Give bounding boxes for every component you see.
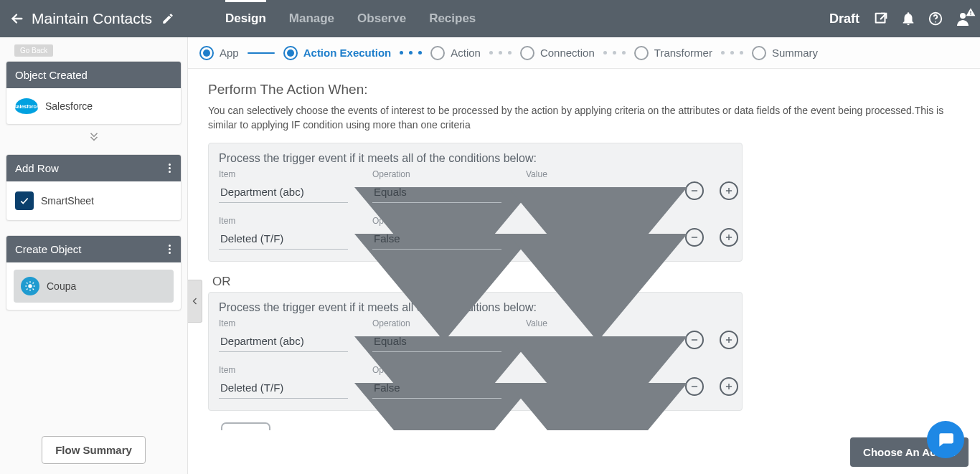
tab-manage[interactable]: Manage	[289, 0, 334, 37]
sidebar-section-add-row: Add Row SmartSheet	[6, 154, 182, 221]
operation-select[interactable]	[372, 181, 501, 203]
step-label: Connection	[540, 47, 595, 59]
step-label: Action Execution	[303, 47, 392, 59]
item-select[interactable]	[219, 377, 348, 399]
tab-recipes[interactable]: Recipes	[429, 0, 476, 37]
bell-icon[interactable]	[900, 10, 917, 27]
condition-block-title: Process the trigger event if it meets al…	[219, 301, 732, 314]
open-external-icon[interactable]	[872, 10, 890, 27]
value-input[interactable]	[526, 181, 655, 203]
section-menu-icon[interactable]	[167, 243, 172, 255]
step-connection[interactable]: Connection	[520, 46, 595, 60]
value-input[interactable]	[526, 331, 655, 352]
svg-line-14	[33, 289, 34, 290]
sidebar: Go Back Object Created salesforce Salesf…	[0, 37, 188, 474]
item-label: Item	[219, 169, 348, 179]
operation-label: Operation	[372, 169, 501, 179]
topbar: Maintain Contacts Design Manage Observe …	[0, 0, 980, 37]
sidebar-app-salesforce[interactable]: salesforce Salesforce	[6, 88, 181, 124]
step-transformer[interactable]: Transformer	[634, 46, 712, 60]
sidebar-section-title: Create Object	[15, 243, 82, 255]
item-label: Item	[219, 216, 348, 226]
tab-design[interactable]: Design	[225, 0, 266, 37]
step-dots-icon	[489, 51, 512, 54]
go-back-button[interactable]: Go Back	[14, 44, 53, 57]
operation-select[interactable]	[372, 331, 501, 352]
step-label: Action	[451, 47, 481, 59]
top-tabs: Design Manage Observe Recipes	[225, 0, 476, 37]
sidebar-section-object-created: Object Created salesforce Salesforce	[6, 61, 182, 125]
svg-line-13	[27, 283, 27, 283]
step-action-execution[interactable]: Action Execution	[283, 46, 392, 60]
remove-row-button[interactable]	[685, 228, 704, 247]
footer-bar: Choose An Action	[188, 430, 980, 474]
section-menu-icon[interactable]	[167, 162, 172, 174]
flow-summary-button[interactable]: Flow Summary	[42, 436, 146, 464]
step-dots-icon	[400, 51, 422, 54]
add-row-button[interactable]	[720, 377, 738, 396]
section-description: You can selectively choose the events of…	[208, 103, 947, 133]
condition-block-title: Process the trigger event if it meets al…	[219, 152, 732, 165]
sidebar-collapse-handle[interactable]	[188, 280, 202, 323]
svg-line-16	[33, 283, 34, 283]
content: Perform The Action When: You can selecti…	[188, 69, 980, 474]
item-label: Item	[219, 365, 348, 375]
add-row-button[interactable]	[720, 331, 738, 349]
svg-rect-6	[970, 11, 971, 14]
item-select[interactable]	[219, 181, 348, 203]
stepper: App Action Execution Action Connection T…	[188, 37, 980, 69]
step-connector	[248, 52, 275, 54]
remove-row-button[interactable]	[685, 181, 704, 200]
coupa-icon	[21, 277, 39, 295]
tab-observe[interactable]: Observe	[357, 0, 406, 37]
condition-row: Item Operation	[219, 365, 732, 399]
operation-label: Operation	[372, 318, 501, 328]
add-row-button[interactable]	[720, 228, 738, 247]
value-label: Value	[526, 318, 655, 328]
svg-point-4	[935, 22, 936, 23]
condition-row: Item Operation Value	[219, 318, 732, 352]
connector-chevron-icon	[6, 125, 182, 150]
page-title: Maintain Contacts	[32, 10, 152, 27]
sidebar-app-smartsheet[interactable]: SmartSheet	[6, 181, 181, 220]
remove-row-button[interactable]	[685, 377, 704, 396]
salesforce-icon: salesforce	[15, 98, 38, 114]
profile-icon[interactable]	[954, 10, 971, 27]
condition-row: Item Operation Value	[219, 169, 732, 203]
add-row-button[interactable]	[720, 181, 738, 200]
step-summary[interactable]: Summary	[752, 46, 818, 60]
value-label: Value	[526, 169, 655, 179]
operation-label: Operation	[372, 365, 501, 375]
step-dots-icon	[721, 51, 743, 54]
operation-label: Operation	[372, 216, 501, 226]
operation-select[interactable]	[372, 228, 501, 250]
item-select[interactable]	[219, 228, 348, 250]
chat-fab-button[interactable]	[927, 421, 964, 458]
section-title: Perform The Action When:	[208, 82, 960, 98]
step-dots-icon	[603, 51, 626, 54]
item-select[interactable]	[219, 331, 348, 352]
smartsheet-icon	[15, 191, 34, 210]
step-label: App	[220, 47, 239, 59]
status-label: Draft	[829, 11, 859, 27]
help-icon[interactable]	[927, 10, 944, 27]
step-action[interactable]: Action	[430, 46, 481, 60]
sidebar-section-create-object: Create Object Coupa	[6, 235, 182, 311]
svg-point-8	[28, 284, 32, 288]
step-label: Summary	[772, 47, 818, 59]
sidebar-app-label: SmartSheet	[41, 195, 94, 207]
main: App Action Execution Action Connection T…	[188, 37, 980, 474]
step-label: Transformer	[654, 47, 712, 59]
back-arrow-icon[interactable]	[9, 11, 24, 27]
sidebar-app-label: Coupa	[47, 280, 76, 292]
svg-rect-1	[876, 14, 885, 23]
sidebar-app-coupa[interactable]: Coupa	[14, 270, 174, 303]
or-separator: OR	[212, 275, 960, 289]
operation-select[interactable]	[372, 377, 501, 399]
condition-block: Process the trigger event if it meets al…	[208, 143, 743, 262]
step-app[interactable]: App	[199, 46, 239, 60]
condition-block: Process the trigger event if it meets al…	[208, 292, 743, 411]
remove-row-button[interactable]	[685, 331, 704, 349]
edit-icon[interactable]	[161, 11, 175, 26]
condition-row: Item Operation	[219, 216, 732, 250]
